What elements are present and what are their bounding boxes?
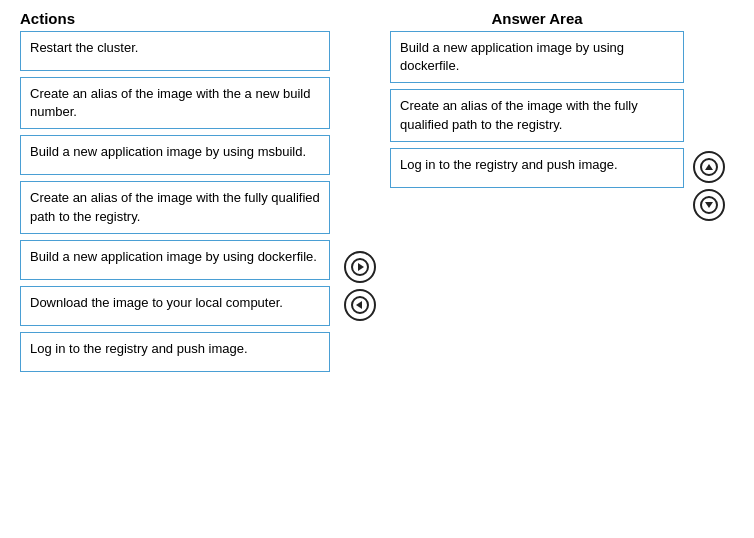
answer-item[interactable]: Create an alias of the image with the fu… xyxy=(390,89,684,141)
action-item[interactable]: Restart the cluster. xyxy=(20,31,330,71)
answer-item[interactable]: Log in to the registry and push image. xyxy=(390,148,684,188)
action-item[interactable]: Log in to the registry and push image. xyxy=(20,332,330,372)
actions-header: Actions xyxy=(20,10,330,27)
answer-column: Build a new application image by using d… xyxy=(390,31,684,194)
answer-area-header: Answer Area xyxy=(390,10,684,27)
svg-marker-5 xyxy=(705,164,713,170)
move-left-button[interactable] xyxy=(344,289,376,321)
move-up-button[interactable] xyxy=(693,151,725,183)
action-item[interactable]: Create an alias of the image with the a … xyxy=(20,77,330,129)
action-item[interactable]: Build a new application image by using m… xyxy=(20,135,330,175)
svg-marker-7 xyxy=(705,202,713,208)
action-item[interactable]: Build a new application image by using d… xyxy=(20,240,330,280)
right-controls xyxy=(684,31,734,221)
middle-controls xyxy=(330,31,390,321)
action-item[interactable]: Download the image to your local compute… xyxy=(20,286,330,326)
actions-column: Restart the cluster.Create an alias of t… xyxy=(20,31,330,378)
answer-item[interactable]: Build a new application image by using d… xyxy=(390,31,684,83)
svg-marker-3 xyxy=(356,301,362,309)
svg-marker-1 xyxy=(358,263,364,271)
action-item[interactable]: Create an alias of the image with the fu… xyxy=(20,181,330,233)
move-down-button[interactable] xyxy=(693,189,725,221)
move-right-button[interactable] xyxy=(344,251,376,283)
